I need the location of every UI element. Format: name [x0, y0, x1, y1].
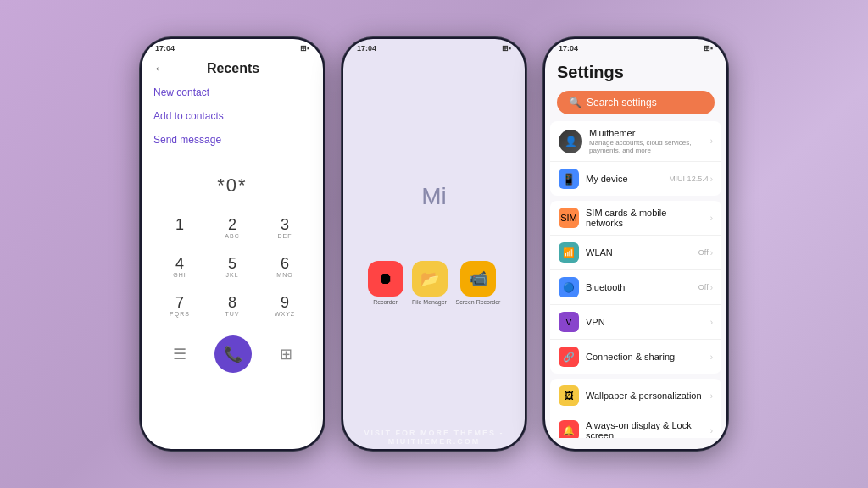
mi-launcher: Mi ⏺ Recorder 📂 File Manager 📹 Screen Re… [343, 56, 525, 432]
vpn-icon: V [559, 312, 579, 332]
recents-header: ← Recents [142, 56, 323, 83]
bluetooth-title: Bluetooth [586, 282, 692, 292]
bt-status: Off [698, 283, 709, 291]
wallpaper-title: Wallpaper & personalization [586, 391, 704, 401]
phone-frame-2: 17:04 ⊞▪ Mi ⏺ Recorder 📂 File Manager [341, 36, 527, 452]
back-button[interactable]: ← [153, 61, 167, 76]
settings-item-bluetooth[interactable]: 🔵 Bluetooth Off › [550, 270, 721, 305]
settings-section-personalization: 🖼 Wallpaper & personalization › 🔔 Always… [550, 379, 721, 438]
phone-frame-3: 17:04 ⊞▪ Settings 🔍 Search settings 👤 Mi… [542, 36, 729, 452]
screen-recorder-label: Screen Recorder [456, 299, 501, 305]
hash-button[interactable]: ☰ [173, 345, 186, 363]
status-icons-3: ⊞▪ [704, 44, 713, 53]
dial-num: 1 [175, 217, 184, 232]
device-right: MIUI 12.5.4 › [669, 175, 713, 184]
chevron-icon-wlan: › [710, 248, 713, 258]
time-3: 17:04 [559, 44, 578, 53]
phone-screen-3: 17:04 ⊞▪ Settings 🔍 Search settings 👤 Mi… [545, 39, 726, 449]
call-button[interactable]: 📞 [214, 336, 252, 373]
chevron-icon-aod: › [710, 426, 713, 435]
settings-title: Settings [545, 56, 726, 86]
device-title: My device [586, 174, 662, 184]
settings-item-aod[interactable]: 🔔 Always-on display & Lock screen › [550, 413, 721, 438]
send-message-item[interactable]: Send message [153, 134, 311, 146]
app-dock: ⏺ Recorder 📂 File Manager 📹 Screen Recor… [368, 261, 501, 305]
status-bar-2: 17:04 ⊞▪ [343, 39, 525, 56]
file-manager-icon: 📂 [412, 261, 448, 297]
bluetooth-text: Bluetooth [586, 282, 692, 292]
grid-button[interactable]: ⊞ [280, 345, 292, 363]
dial-key-3[interactable]: 3DEF [260, 210, 309, 246]
dial-key-5[interactable]: 5JKL [208, 249, 257, 285]
miuithemer-title: Miuithemer [589, 128, 704, 138]
status-bar-3: 17:04 ⊞▪ [545, 39, 726, 56]
settings-item-sim[interactable]: SIM SIM cards & mobile networks › [550, 201, 721, 236]
sim-text: SIM cards & mobile networks [586, 208, 704, 228]
connection-sharing-icon: 🔗 [559, 347, 579, 367]
app-recorder[interactable]: ⏺ Recorder [368, 261, 403, 305]
phone-screen-1: 17:04 ⊞▪ ← Recents New contact Add to co… [142, 39, 323, 449]
recorder-icon: ⏺ [368, 261, 403, 297]
sim-icon: SIM [559, 208, 579, 228]
status-icons-1: ⊞▪ [300, 44, 309, 53]
vpn-text: VPN [586, 317, 704, 327]
aod-text: Always-on display & Lock screen [586, 420, 704, 438]
miui-version: MIUI 12.5.4 [669, 175, 709, 183]
search-icon: 🔍 [569, 97, 581, 108]
aod-title: Always-on display & Lock screen [586, 420, 704, 438]
settings-item-wallpaper[interactable]: 🖼 Wallpaper & personalization › [550, 379, 721, 413]
phone-frame-1: 17:04 ⊞▪ ← Recents New contact Add to co… [139, 36, 326, 452]
device-text: My device [586, 174, 662, 184]
connection-sharing-title: Connection & sharing [586, 352, 704, 362]
phone-settings: 17:04 ⊞▪ Settings 🔍 Search settings 👤 Mi… [542, 36, 729, 452]
dial-key-8[interactable]: 8TUV [208, 288, 257, 324]
dial-key-6[interactable]: 6MNO [260, 249, 309, 285]
app-file-manager[interactable]: 📂 File Manager [412, 261, 448, 305]
app-screen-recorder[interactable]: 📹 Screen Recorder [456, 261, 501, 305]
settings-item-wlan[interactable]: 📶 WLAN Off › [550, 236, 721, 270]
wallpaper-text: Wallpaper & personalization [586, 391, 704, 401]
dial-key-9[interactable]: 9WXYZ [260, 288, 309, 324]
connection-sharing-text: Connection & sharing [586, 352, 704, 362]
settings-list: 👤 Miuithemer Manage accounts, cloud serv… [545, 121, 726, 438]
chevron-icon-cs: › [710, 352, 713, 362]
search-bar[interactable]: 🔍 Search settings [557, 91, 715, 114]
vpn-title: VPN [586, 317, 704, 327]
device-icon: 📱 [559, 169, 579, 189]
chevron-icon-vpn: › [710, 318, 713, 327]
settings-item-miuithemer[interactable]: 👤 Miuithemer Manage accounts, cloud serv… [550, 121, 721, 162]
settings-item-connection-sharing[interactable]: 🔗 Connection & sharing › [550, 340, 721, 374]
dialpad-bottom: ☰ 📞 ⊞ [142, 327, 323, 381]
add-to-contacts-item[interactable]: Add to contacts [153, 110, 311, 122]
chevron-icon-device: › [710, 175, 713, 184]
phone-launcher: 17:04 ⊞▪ Mi ⏺ Recorder 📂 File Manager [341, 36, 527, 452]
recents-menu: New contact Add to contacts Send message [142, 83, 323, 149]
time-2: 17:04 [357, 44, 376, 53]
miuithemer-text: Miuithemer Manage accounts, cloud servic… [589, 128, 704, 154]
battery-icon-1: ⊞▪ [300, 44, 309, 53]
chevron-icon-bt: › [710, 283, 713, 292]
status-bar-1: 17:04 ⊞▪ [142, 39, 323, 56]
mi-logo: Mi [421, 183, 447, 210]
wlan-text: WLAN [586, 247, 692, 258]
phone-recents: 17:04 ⊞▪ ← Recents New contact Add to co… [139, 36, 326, 452]
settings-item-vpn[interactable]: V VPN › [550, 305, 721, 340]
status-icons-2: ⊞▪ [502, 44, 511, 53]
file-manager-label: File Manager [412, 299, 447, 305]
settings-section-connectivity: SIM SIM cards & mobile networks › 📶 WLAN… [550, 201, 721, 374]
chevron-icon: › [710, 136, 713, 146]
dial-key-4[interactable]: 4GHI [155, 249, 204, 285]
dial-key-2[interactable]: 2ABC [208, 210, 257, 246]
wlan-right: Off › [698, 248, 713, 258]
recorder-label: Recorder [373, 299, 398, 305]
dial-key-7[interactable]: 7PQRS [155, 288, 204, 324]
new-contact-item[interactable]: New contact [153, 86, 311, 98]
dial-key-1[interactable]: 1 [155, 210, 204, 246]
dial-display: *0* [142, 149, 323, 210]
wlan-status: Off [698, 248, 709, 257]
recents-title: Recents [175, 61, 291, 76]
dialpad: 1 2ABC 3DEF 4GHI 5JKL 6MNO 7PQRS 8TUV 9W… [142, 210, 323, 324]
miuithemer-sub: Manage accounts, cloud services, payment… [589, 139, 704, 154]
phone-screen-2: 17:04 ⊞▪ Mi ⏺ Recorder 📂 File Manager [343, 39, 525, 449]
settings-item-device[interactable]: 📱 My device MIUI 12.5.4 › [550, 162, 721, 196]
